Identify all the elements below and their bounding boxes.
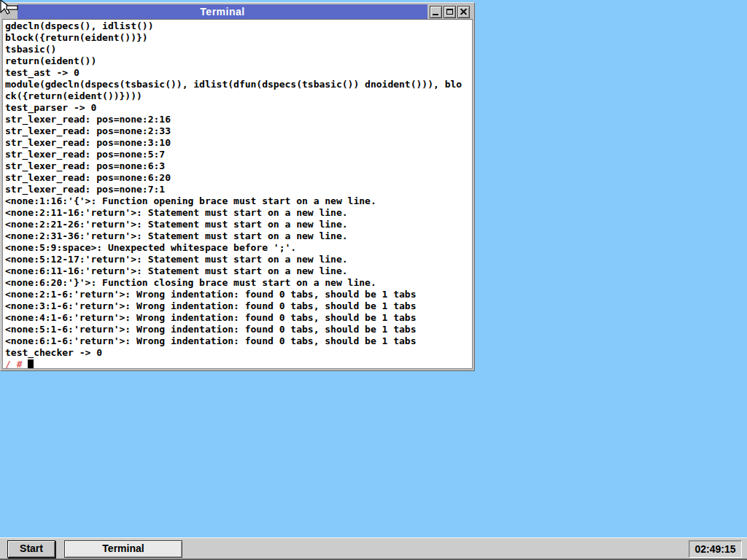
terminal-content[interactable]: gdecln(dspecs(), idlist()) block({return… xyxy=(2,19,473,369)
window-controls xyxy=(427,4,473,19)
window-menu-button[interactable] xyxy=(2,4,18,19)
close-icon xyxy=(458,7,469,18)
minimize-button[interactable] xyxy=(430,6,442,18)
window-titlebar[interactable]: Terminal xyxy=(2,4,473,19)
window-title: Terminal xyxy=(18,4,427,19)
shell-prompt: / # xyxy=(5,359,22,369)
terminal-output: gdecln(dspecs(), idlist()) block({return… xyxy=(5,20,472,359)
taskbar: Start Terminal 02:49:15 xyxy=(0,537,747,560)
minimize-icon xyxy=(433,14,438,15)
desktop: { "window": { "title": "Terminal" }, "te… xyxy=(0,0,747,560)
terminal-window: Terminal gdecln(dspecs(), idlist()) bloc… xyxy=(0,2,475,371)
maximize-button[interactable] xyxy=(444,6,456,18)
start-button[interactable]: Start xyxy=(7,540,55,558)
prompt-line: / # xyxy=(5,359,472,369)
taskbar-item-terminal[interactable]: Terminal xyxy=(64,540,182,558)
close-button[interactable] xyxy=(457,6,470,18)
terminal-cursor xyxy=(28,359,34,369)
taskbar-clock: 02:49:15 xyxy=(689,540,742,558)
maximize-icon xyxy=(446,9,453,15)
